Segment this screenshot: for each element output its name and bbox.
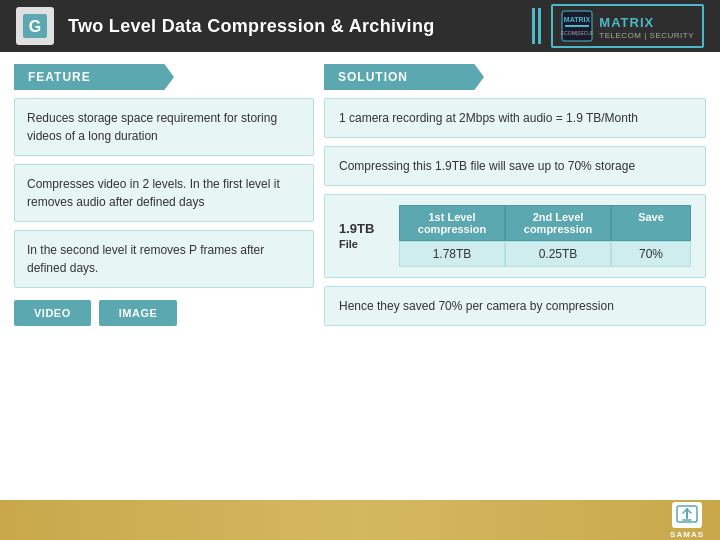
solution-label: SOLUTION <box>324 64 484 90</box>
solution-text-1: 1 camera recording at 2Mbps with audio =… <box>339 111 638 125</box>
feature-box-2: Compresses video in 2 levels. In the fir… <box>14 164 314 222</box>
main-content: FEATURE Reduces storage space requiremen… <box>0 52 720 500</box>
divider-decoration <box>532 8 541 44</box>
matrix-logo-icon: MATRIX TELECOM|SECURITY <box>561 10 593 42</box>
svg-text:MATRIX: MATRIX <box>564 16 591 23</box>
solution-save-box: Hence they saved 70% per camera by compr… <box>324 286 706 326</box>
col-values: 1.78TB 0.25TB 70% <box>399 241 691 267</box>
footer: SAMAS <box>0 500 720 540</box>
solution-box-2: Compressing this 1.9TB file will save up… <box>324 146 706 186</box>
save-text: Hence they saved 70% per camera by compr… <box>339 299 614 313</box>
bottom-buttons: VIDEO IMAGE <box>14 300 314 326</box>
feature-box-3: In the second level it removes P frames … <box>14 230 314 288</box>
svg-text:G: G <box>29 18 41 35</box>
solution-box-1: 1 camera recording at 2Mbps with audio =… <box>324 98 706 138</box>
footer-logo: SAMAS <box>670 502 704 539</box>
col-header-1: 1st Level compression <box>399 205 505 241</box>
feature-box-1: Reduces storage space requirement for st… <box>14 98 314 156</box>
video-button[interactable]: VIDEO <box>14 300 91 326</box>
file-label: 1.9TBFile <box>339 221 399 251</box>
feature-text-2: Compresses video in 2 levels. In the fir… <box>27 177 280 209</box>
page-title: Two Level Data Compression & Archiving <box>68 16 522 37</box>
col-headers: 1st Level compression 2nd Level compress… <box>399 205 691 241</box>
solution-text-2: Compressing this 1.9TB file will save up… <box>339 159 635 173</box>
company-logo-icon: G <box>21 12 49 40</box>
col-header-2: 2nd Level compression <box>505 205 611 241</box>
feature-label: FEATURE <box>14 64 174 90</box>
svg-rect-4 <box>565 25 589 27</box>
right-panel: SOLUTION 1 camera recording at 2Mbps wit… <box>324 64 706 488</box>
feature-text-3: In the second level it removes P frames … <box>27 243 264 275</box>
solution-table: 1.9TBFile 1st Level compression 2nd Leve… <box>324 194 706 278</box>
header-logo: G <box>16 7 54 45</box>
footer-brand-text: SAMAS <box>670 530 704 539</box>
svg-text:TELECOM|SECURITY: TELECOM|SECURITY <box>561 30 593 36</box>
header: G Two Level Data Compression & Archiving… <box>0 0 720 52</box>
col-value-3: 70% <box>611 241 691 267</box>
col-header-3: Save <box>611 205 691 241</box>
table-row-header: 1.9TBFile 1st Level compression 2nd Leve… <box>339 205 691 267</box>
left-panel: FEATURE Reduces storage space requiremen… <box>14 64 314 488</box>
col-value-2: 0.25TB <box>505 241 611 267</box>
footer-icon <box>672 502 702 528</box>
feature-text-1: Reduces storage space requirement for st… <box>27 111 277 143</box>
table-columns: 1st Level compression 2nd Level compress… <box>399 205 691 267</box>
matrix-brand-text: MATRIX TELECOM | SECURITY <box>599 13 694 40</box>
matrix-logo: MATRIX TELECOM|SECURITY MATRIX TELECOM |… <box>551 4 704 48</box>
image-button[interactable]: IMAGE <box>99 300 178 326</box>
footer-brand-icon <box>676 505 698 525</box>
col-value-1: 1.78TB <box>399 241 505 267</box>
